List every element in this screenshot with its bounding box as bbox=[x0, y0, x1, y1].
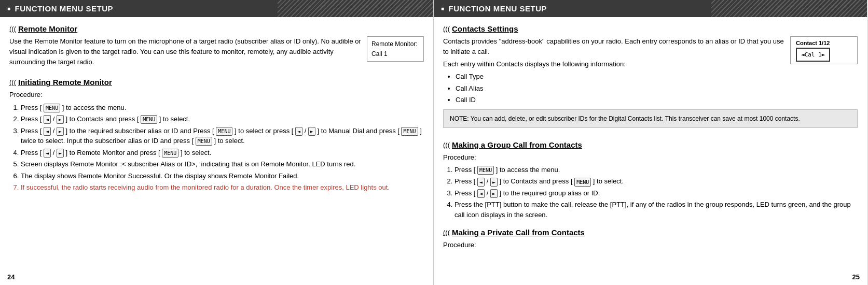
step-1: Press [ MENU ] to access the menu. bbox=[21, 103, 424, 113]
remote-monitor-title: ((( Remote Monitor bbox=[9, 24, 424, 33]
page-right: FUNCTION MENU SETUP ((( Contacts Setting… bbox=[434, 0, 867, 285]
menu-btn-3: MENU bbox=[216, 127, 232, 136]
wave-icon-1: ((( bbox=[9, 25, 16, 33]
left-btn-1: ◄ bbox=[44, 115, 51, 124]
contact-callout-line1: Contact 1/12 bbox=[796, 39, 852, 48]
left-btn-4: ◄ bbox=[44, 149, 51, 158]
procedure-label-1: Procedure: bbox=[9, 90, 424, 100]
page-number-right: 25 bbox=[852, 273, 860, 281]
section-initiating-remote-monitor: ((( Initiating Remote Monitor Procedure:… bbox=[9, 78, 424, 192]
group-call-steps-list: Press [ MENU ] to access the menu. Press… bbox=[443, 165, 858, 220]
group-step-3: Press [ ◄ / ► ] to the required group al… bbox=[454, 188, 858, 198]
group-step-1: Press [ MENU ] to access the menu. bbox=[454, 165, 858, 175]
group-call-title: ((( Making a Group Call from Contacts bbox=[443, 140, 858, 149]
step-4: Press [ ◄ / ► ] to Remote Monitor and pr… bbox=[21, 148, 424, 158]
g-right-btn-2: ► bbox=[490, 189, 498, 198]
menu-btn-2: MENU bbox=[141, 115, 157, 124]
screen-left-arrow: ◄ bbox=[801, 50, 805, 59]
menu-btn-1: MENU bbox=[44, 104, 60, 112]
contacts-settings-title: ((( Contacts Settings bbox=[443, 24, 858, 33]
g-right-btn-1: ► bbox=[490, 178, 498, 187]
section-remote-monitor: ((( Remote Monitor Remote Monitor: Call … bbox=[9, 24, 424, 69]
g-menu-btn-2: MENU bbox=[574, 178, 591, 187]
left-btn-2: ◄ bbox=[44, 127, 51, 136]
step-2: Press [ ◄ / ► ] to Contacts and press [ … bbox=[21, 114, 424, 124]
section-contacts-settings: ((( Contacts Settings Contact 1/12 ◄ Cal… bbox=[443, 24, 858, 132]
private-call-title: ((( Making a Private Call from Contacts bbox=[443, 228, 858, 237]
bullet-call-id: Call ID bbox=[456, 95, 858, 105]
page-left: FUNCTION MENU SETUP ((( Remote Monitor R… bbox=[0, 0, 434, 285]
remote-monitor-desc: Use the Remote Monitor feature to turn o… bbox=[9, 36, 424, 67]
note-text: NOTE: You can add, delete, or edit subsc… bbox=[450, 115, 800, 122]
group-step-2: Press [ ◄ / ► ] to Contacts and press [ … bbox=[454, 176, 858, 187]
page-number-left: 24 bbox=[7, 273, 15, 281]
header-title-left: FUNCTION MENU SETUP bbox=[15, 4, 114, 13]
section-private-call: ((( Making a Private Call from Contacts … bbox=[443, 228, 858, 250]
wave-icon-2: ((( bbox=[9, 78, 16, 86]
group-step-4: Press the [PTT] button to make the call,… bbox=[454, 200, 858, 220]
bullet-call-type: Call Type bbox=[456, 72, 858, 82]
step-5: Screen displays Remote Monitor :< subscr… bbox=[21, 159, 424, 169]
callout-line2: Call 1 bbox=[371, 49, 419, 59]
right-btn-2: ► bbox=[57, 127, 64, 136]
procedure-label-3: Procedure: bbox=[443, 240, 858, 250]
remote-monitor-body: Remote Monitor: Call 1 Use the Remote Mo… bbox=[9, 36, 424, 69]
step-3: Press [ ◄ / ► ] to the required subscrib… bbox=[21, 126, 424, 146]
step-7: If successful, the radio starts receivin… bbox=[21, 182, 424, 193]
section-group-call: ((( Making a Group Call from Contacts Pr… bbox=[443, 140, 858, 220]
contact-screen-inner: ◄ Cal 1 ► bbox=[801, 50, 825, 59]
wave-icon-4: ((( bbox=[443, 141, 450, 149]
menu-btn-5: MENU bbox=[196, 137, 212, 146]
menu-btn-6: MENU bbox=[162, 149, 178, 158]
initiating-remote-monitor-title: ((( Initiating Remote Monitor bbox=[9, 78, 424, 87]
wave-icon-3: ((( bbox=[443, 25, 450, 33]
step-6: The display shows Remote Monitor Success… bbox=[21, 171, 424, 181]
header-title-right: FUNCTION MENU SETUP bbox=[449, 4, 547, 13]
group-call-body: Procedure: Press [ MENU ] to access the … bbox=[443, 152, 858, 220]
g-left-btn-2: ◄ bbox=[477, 189, 485, 198]
private-call-body: Procedure: bbox=[443, 240, 858, 250]
contacts-settings-body: Contact 1/12 ◄ Cal 1 ► Contacts provides… bbox=[443, 36, 858, 132]
contacts-note-box: NOTE: You can add, delete, or edit subsc… bbox=[443, 109, 858, 128]
bullet-call-alias: Call Alias bbox=[456, 83, 858, 94]
contacts-bullet-list: Call Type Call Alias Call ID bbox=[443, 72, 858, 105]
wave-icon-5: ((( bbox=[443, 229, 450, 236]
right-btn-3: ► bbox=[308, 127, 315, 136]
right-btn-1: ► bbox=[57, 115, 64, 124]
g-left-btn-1: ◄ bbox=[477, 178, 485, 187]
remote-monitor-callout: Remote Monitor: Call 1 bbox=[367, 36, 424, 62]
g-menu-btn-1: MENU bbox=[477, 166, 494, 175]
menu-btn-4: MENU bbox=[401, 127, 418, 136]
right-btn-4: ► bbox=[57, 149, 64, 158]
procedure-label-2: Procedure: bbox=[443, 152, 858, 163]
initiating-steps-list: Press [ MENU ] to access the menu. Press… bbox=[9, 103, 424, 193]
left-btn-3: ◄ bbox=[295, 127, 302, 136]
contact-screen-box: ◄ Cal 1 ► bbox=[796, 48, 830, 62]
header-bar-right: FUNCTION MENU SETUP bbox=[434, 0, 867, 17]
screen-cal-label: Cal 1 bbox=[805, 50, 822, 59]
header-bar-left: FUNCTION MENU SETUP bbox=[0, 0, 433, 17]
screen-right-arrow: ► bbox=[822, 50, 825, 59]
initiating-remote-monitor-body: Procedure: Press [ MENU ] to access the … bbox=[9, 90, 424, 192]
contact-callout: Contact 1/12 ◄ Cal 1 ► bbox=[790, 36, 858, 64]
callout-line1: Remote Monitor: bbox=[371, 39, 419, 49]
